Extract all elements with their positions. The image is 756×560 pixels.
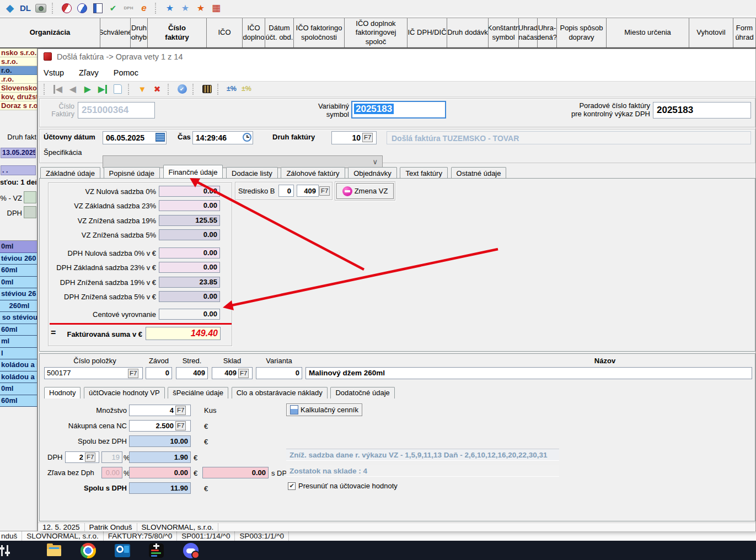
grid-col-druh-dodavky[interactable]: Druh dodávk xyxy=(447,18,489,47)
item-row[interactable]: l xyxy=(0,348,37,360)
euro-arrow-icon[interactable]: e xyxy=(137,2,151,15)
confirm-icon[interactable]: ✔ xyxy=(175,83,189,96)
grid-col-uhrad-nacas[interactable]: Uhrad načas xyxy=(519,18,538,47)
zlava-eur-input[interactable]: 0.00 xyxy=(129,467,191,478)
grid-col-miesto-urcenia[interactable]: Miesto určenia xyxy=(607,18,689,47)
stredisko-input-1[interactable]: 0 xyxy=(278,185,294,197)
grid-col-vyhotovil[interactable]: Vyhotovil xyxy=(689,18,733,47)
dph-gray-icon[interactable]: DPH xyxy=(122,2,135,15)
stred-input[interactable]: 409 xyxy=(176,367,208,379)
dph-kod-f7-button[interactable]: F7 xyxy=(85,453,95,462)
chip-icon[interactable] xyxy=(200,83,213,96)
side-date-field[interactable]: 13.05.2025 xyxy=(1,148,36,158)
vz-0-input[interactable]: 0.00 xyxy=(159,186,220,197)
item-row[interactable]: 60ml xyxy=(0,324,37,336)
grid-col-ic-dph[interactable]: IČ DPH/DIČ xyxy=(408,18,447,47)
tab-specialne-udaje[interactable]: šPeciálne údaje xyxy=(168,387,228,399)
item-row[interactable]: 0ml xyxy=(0,277,37,289)
nazov-input[interactable]: Malinový džem 260ml xyxy=(305,367,752,379)
grid-col-ico-faktoring[interactable]: IČO faktoringo spoločnosti xyxy=(294,18,345,47)
dph-19-input[interactable]: 23.85 xyxy=(159,277,220,288)
tab-dodatocne-udaje[interactable]: Dodatočné údaje xyxy=(330,387,394,399)
org-row[interactable]: Slovensko, xyxy=(0,84,37,93)
mnozstvo-f7-button[interactable]: F7 xyxy=(175,406,186,415)
varianta-input[interactable]: 0 xyxy=(256,367,302,379)
tab-uctovacie-hodnoty[interactable]: účtOvacie hodnoty VP xyxy=(84,387,165,399)
kalkulacny-cennik-button[interactable]: Kalkulačný cenník xyxy=(286,403,362,416)
vz-23-input[interactable]: 0.00 xyxy=(159,200,220,211)
grid-col-schvalene[interactable]: Schválené xyxy=(100,18,131,47)
last-record-icon[interactable]: ▶ xyxy=(96,83,109,96)
blank-page-icon[interactable] xyxy=(111,83,124,96)
grid-col-ico[interactable]: IČO xyxy=(207,18,243,47)
cislo-faktury-input[interactable]: 251000364 xyxy=(78,102,155,119)
item-row[interactable]: so stéviou xyxy=(0,312,37,324)
cislo-polozky-f7-button[interactable]: F7 xyxy=(128,369,138,378)
dph-blue-circle-icon[interactable] xyxy=(76,2,89,15)
org-row-selected[interactable]: r.o. xyxy=(0,66,37,75)
dph-5-input[interactable]: 0.00 xyxy=(159,291,220,302)
grid-col-cislo-faktury[interactable]: Číslo faktúry xyxy=(148,18,207,47)
vz-19-input[interactable]: 125.55 xyxy=(159,215,220,226)
grid-col-ico-doplnok-faktoring[interactable]: IČO doplnok faktoringovej spoloč xyxy=(345,18,408,47)
tab-hodnoty[interactable]: Hodnoty xyxy=(44,387,81,399)
zavod-input[interactable]: 0 xyxy=(146,367,172,379)
comb-red-icon[interactable]: ▦ xyxy=(210,2,223,15)
druh-faktury-f7-button[interactable]: F7 xyxy=(362,133,373,142)
item-row[interactable]: koládou a r xyxy=(0,371,37,384)
org-row[interactable]: .r.o. xyxy=(0,75,37,84)
discord-icon[interactable] xyxy=(183,543,199,558)
dph-0-input[interactable]: 0.00 xyxy=(159,247,220,259)
grid-col-ico-doplnok[interactable]: IČO doplno xyxy=(243,18,265,47)
file-explorer-icon[interactable] xyxy=(46,543,62,558)
planner-icon[interactable] xyxy=(149,543,164,558)
item-row[interactable]: 0ml xyxy=(0,383,37,395)
percent-inactive-icon[interactable]: ±% xyxy=(240,83,253,96)
item-row[interactable]: téviou 260 xyxy=(0,253,37,265)
dph-sadzba-input[interactable]: 19 xyxy=(101,451,122,463)
nakupna-cena-f7-button[interactable]: F7 xyxy=(175,421,186,430)
poradove-cislo-input[interactable]: 2025183 xyxy=(653,102,751,119)
spolu-bez-dph-input[interactable]: 10.00 xyxy=(129,435,191,447)
dph-23-input[interactable]: 0.00 xyxy=(159,262,220,273)
move-down-icon[interactable]: ▼ xyxy=(136,83,149,96)
grid-col-uhradena[interactable]: Uhra- dená? xyxy=(538,18,557,47)
zlava-pct-input[interactable]: 0.00 xyxy=(101,467,122,478)
tweaks-icon[interactable] xyxy=(0,543,12,558)
first-record-icon[interactable]: ◀ xyxy=(51,83,65,96)
centove-vyrovnanie-input[interactable]: 0.00 xyxy=(159,309,220,320)
sklad-f7-button[interactable]: F7 xyxy=(238,369,249,378)
clock-icon[interactable] xyxy=(243,133,251,142)
star-fire-icon[interactable]: ★ xyxy=(194,2,207,15)
item-row[interactable]: 60ml xyxy=(0,395,37,407)
org-row[interactable]: nsko s.r.o. xyxy=(0,49,37,57)
item-row[interactable]: ml xyxy=(0,336,37,348)
zmena-vz-button[interactable]: Zmena VZ xyxy=(336,183,394,199)
delete-icon[interactable]: ✖ xyxy=(151,83,164,96)
item-row[interactable]: 260ml xyxy=(0,300,37,313)
org-row[interactable]: kov, družst xyxy=(0,93,37,101)
fakturovana-suma-input[interactable]: 149.40 xyxy=(146,327,221,340)
dph-red-circle-icon[interactable] xyxy=(60,2,73,15)
stredisko-f7-button[interactable]: F7 xyxy=(319,186,330,196)
grid-col-forma-uhrady[interactable]: Form úhrad xyxy=(733,18,756,47)
org-row[interactable]: s.r.o. xyxy=(0,57,37,66)
spolu-s-dph-input[interactable]: 11.90 xyxy=(129,482,191,494)
vz-5-input[interactable]: 0.00 xyxy=(159,229,220,240)
star-outline-icon[interactable]: ★ xyxy=(179,2,192,15)
calendar-icon[interactable] xyxy=(156,133,165,142)
item-row[interactable]: koládou a r xyxy=(0,359,37,371)
menu-vstup[interactable]: Vstup xyxy=(44,68,64,77)
dph-book-icon[interactable] xyxy=(91,2,104,15)
prev-record-icon[interactable]: ◀ xyxy=(66,83,79,96)
grid-col-konstantny-symbol[interactable]: Konštantn symbol xyxy=(489,18,519,47)
app-diamond-icon[interactable]: ◆ xyxy=(3,2,17,15)
side-date-field-2[interactable]: . . xyxy=(1,165,36,175)
next-record-icon[interactable]: ▶ xyxy=(81,83,94,96)
grid-col-druh-pohybu[interactable]: Druh pohybu xyxy=(131,18,148,47)
outlook-icon[interactable] xyxy=(115,543,130,558)
dl-icon[interactable]: DL xyxy=(19,2,32,15)
tab-financne-udaje[interactable]: Finančné údaje xyxy=(163,165,223,179)
dph-check-icon[interactable]: ✔ xyxy=(106,2,120,15)
item-row[interactable]: 60ml xyxy=(0,265,37,277)
